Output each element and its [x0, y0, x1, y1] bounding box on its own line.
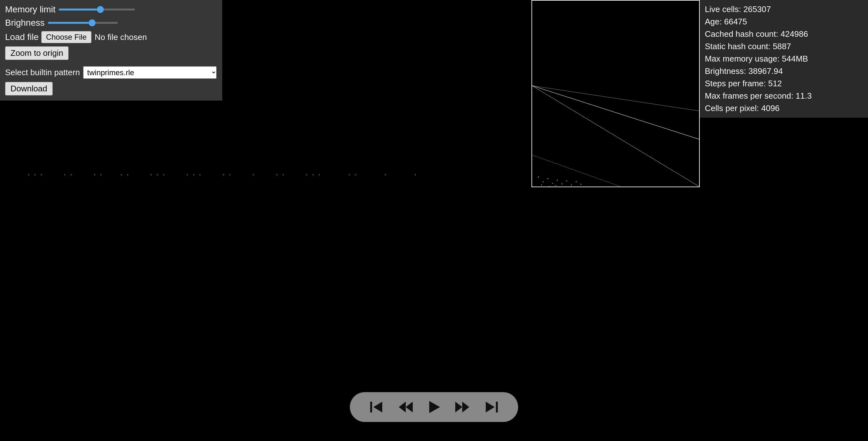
memory-limit-label: Memory limit	[5, 4, 56, 14]
preview-svg	[532, 1, 699, 186]
fast-forward-button[interactable]	[455, 399, 470, 415]
pattern-select-dropdown[interactable]: twinprimes.rle glider.rle gosperglidergu…	[83, 66, 217, 79]
svg-marker-20	[399, 402, 406, 412]
memory-limit-slider[interactable]	[59, 8, 135, 10]
playback-controls	[350, 392, 518, 422]
zoom-to-origin-button[interactable]: Zoom to origin	[5, 46, 69, 60]
svg-marker-22	[429, 401, 440, 413]
svg-marker-21	[406, 402, 413, 412]
stat-cells-per-pixel: Cells per pixel: 4096	[705, 102, 863, 114]
load-file-label: Load file	[5, 32, 39, 42]
stat-live-cells: Live cells: 265307	[705, 3, 863, 15]
pattern-select-label: Select builtin pattern	[5, 68, 80, 77]
stat-steps-per-frame: Steps per frame: 512	[705, 77, 863, 90]
download-button[interactable]: Download	[5, 82, 53, 96]
load-file-row: Load file Choose File No file chosen	[5, 31, 217, 43]
svg-marker-25	[486, 402, 495, 412]
brightness-row: Brighness	[5, 18, 217, 28]
controls-panel: Memory limit Brighness Load file Choose …	[0, 0, 222, 101]
stat-static-hash: Static hash count: 5887	[705, 40, 863, 53]
memory-limit-row: Memory limit	[5, 4, 217, 14]
brightness-slider[interactable]	[48, 22, 118, 24]
play-button[interactable]	[426, 399, 442, 415]
svg-marker-23	[455, 402, 462, 412]
preview-box	[531, 0, 700, 187]
stat-max-fps: Max frames per second: 11.3	[705, 90, 863, 102]
playback-oval	[350, 392, 518, 422]
pattern-select-row: Select builtin pattern twinprimes.rle gl…	[5, 66, 217, 79]
dots-area	[0, 171, 635, 190]
stat-brightness: Brightness: 38967.94	[705, 65, 863, 77]
skip-back-button[interactable]	[369, 399, 385, 415]
svg-marker-24	[462, 402, 469, 412]
svg-rect-18	[370, 402, 372, 412]
stat-cached-hash: Cached hash count: 424986	[705, 28, 863, 40]
stats-panel: Live cells: 265307 Age: 66475 Cached has…	[700, 0, 868, 118]
rewind-button[interactable]	[398, 399, 413, 415]
choose-file-button[interactable]: Choose File	[41, 31, 91, 43]
skip-forward-button[interactable]	[483, 399, 499, 415]
svg-marker-19	[373, 402, 382, 412]
zoom-btn-row: Zoom to origin	[5, 46, 217, 63]
stat-age: Age: 66475	[705, 15, 863, 28]
download-btn-row: Download	[5, 82, 217, 96]
svg-rect-26	[496, 402, 498, 412]
brightness-label: Brighness	[5, 18, 45, 28]
no-file-text: No file chosen	[95, 32, 147, 42]
stat-max-memory: Max memory usage: 544MB	[705, 53, 863, 65]
